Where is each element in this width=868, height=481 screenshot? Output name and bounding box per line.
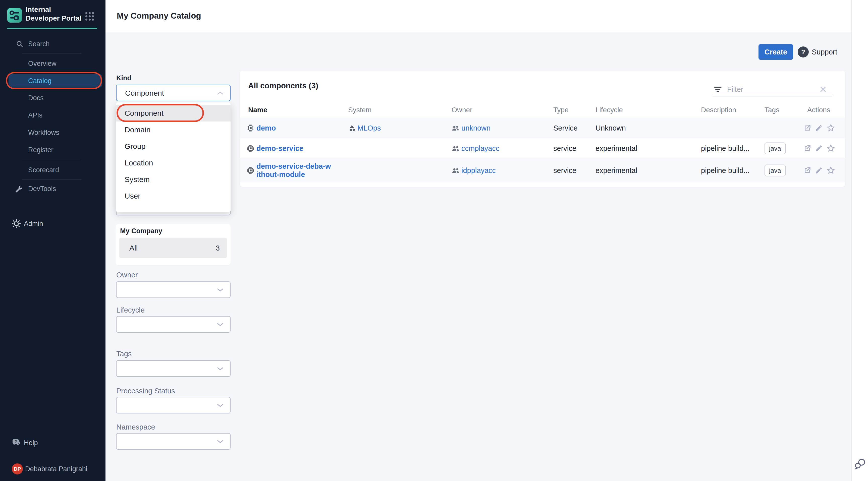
open-external-icon[interactable] [803,144,811,153]
lifecycle-cell: experimental [595,166,637,174]
sidebar-item-help[interactable]: ? Help [0,436,105,450]
create-button[interactable]: Create [758,44,793,60]
chevron-down-icon [217,440,223,445]
sidebar-item-overview[interactable]: Overview [0,57,105,70]
table-filter-box [713,83,832,96]
active-item-highlight [8,74,102,88]
star-favorite-icon[interactable] [826,123,836,133]
row-actions [803,143,836,153]
component-link[interactable]: demo [256,124,276,132]
sidebar: Internal Developer Portal Search Overvie… [0,0,105,481]
sidebar-item-label: Scorecard [28,166,59,174]
app-logo[interactable] [7,8,22,23]
filter-icon [714,85,722,94]
sidebar-item-label: APIs [28,111,42,119]
support-label: Support [812,48,837,56]
owner-link[interactable]: ccmplayacc [461,144,500,152]
sidebar-accent-divider [7,28,97,29]
tag-chip[interactable]: java [765,164,786,176]
tag-cell: java [765,142,786,154]
user-menu[interactable]: DP Debabrata Panigrahi [0,461,105,477]
sidebar-item-catalog[interactable]: Catalog [0,74,105,88]
user-name: Debabrata Panigrahi [25,465,87,473]
sidebar-item-register[interactable]: Register [0,143,105,157]
table-filter-input[interactable] [727,84,812,95]
open-external-icon[interactable] [803,166,811,175]
column-header-system[interactable]: System [348,106,371,114]
owner-link[interactable]: idpplayacc [461,166,496,174]
all-count: 3 [216,244,220,252]
sidebar-item-label: DevTools [28,185,56,193]
column-header-actions[interactable]: Actions [807,106,830,114]
edit-pencil-icon[interactable] [815,166,823,174]
namespace-select[interactable] [116,433,230,450]
kind-option-location[interactable]: Location [116,155,230,171]
right-edge-panel [851,0,868,481]
owner-group-icon [452,145,460,152]
sidebar-item-docs[interactable]: Docs [0,91,105,105]
component-chip-icon [247,166,255,174]
my-company-panel: My Company All 3 [116,224,230,265]
sidebar-item-search[interactable]: Search [0,37,105,51]
sidebar-item-label: Overview [28,60,57,67]
kind-option-system[interactable]: System [116,171,230,188]
app-switcher-icon[interactable] [85,12,94,21]
sidebar-item-label: Workflows [28,129,59,136]
owner-select[interactable] [116,281,230,298]
sidebar-item-apis[interactable]: APIs [0,108,105,122]
lifecycle-select[interactable] [116,316,230,333]
sidebar-item-devtools[interactable]: DevTools [0,182,105,196]
edit-pencil-icon[interactable] [815,145,823,152]
kind-option-component[interactable]: Component [116,105,230,122]
tags-filter-label: Tags [116,350,132,358]
type-cell: Service [553,124,578,132]
table-row: demo-service ccmplayacc service experime… [240,138,845,158]
namespace-filter-label: Namespace [116,423,155,431]
column-header-tags[interactable]: Tags [765,106,779,114]
chevron-down-icon [217,288,223,293]
edit-pencil-icon[interactable] [815,124,823,132]
kind-option-user[interactable]: User [116,188,230,204]
tag-chip[interactable]: java [765,142,786,154]
column-header-type[interactable]: Type [553,106,569,114]
feedback-chat-icon[interactable] [853,456,867,472]
processing-status-select[interactable] [116,397,230,414]
system-link[interactable]: MLOps [358,124,381,132]
clear-filter-icon[interactable] [819,86,827,94]
row-actions [803,123,836,133]
wrench-icon [14,185,23,193]
sidebar-divider [22,53,82,54]
search-icon [16,40,24,48]
type-cell: service [553,166,577,174]
my-company-label: My Company [120,227,162,235]
kind-option-domain[interactable]: Domain [116,122,230,138]
star-favorite-icon[interactable] [826,143,836,153]
column-header-lifecycle[interactable]: Lifecycle [595,106,623,114]
owner-link[interactable]: unknown [461,124,491,132]
app-title: Internal Developer Portal [26,5,86,23]
table-title: All components (3) [248,81,318,90]
column-header-name[interactable]: Name [248,106,267,114]
sidebar-item-admin[interactable]: Admin [0,217,105,231]
owner-filter-label: Owner [116,271,137,279]
my-company-all-row[interactable]: All 3 [119,238,227,258]
component-link[interactable]: demo-service [256,144,303,152]
question-circle-icon: ? [798,46,809,58]
sidebar-item-workflows[interactable]: Workflows [0,126,105,139]
logo-mark-icon [8,8,21,22]
sidebar-item-label: Help [24,439,38,447]
star-favorite-icon[interactable] [826,166,836,175]
support-button[interactable]: ? Support [798,44,837,60]
open-external-icon[interactable] [803,124,811,132]
column-header-description[interactable]: Description [701,106,736,114]
kind-select[interactable]: Component [116,85,230,101]
sidebar-item-label: Search [28,40,50,48]
sidebar-item-scorecard[interactable]: Scorecard [0,163,105,177]
kind-option-group[interactable]: Group [116,138,230,155]
tags-select[interactable] [116,360,230,377]
kind-select-value: Component [125,89,164,97]
component-link[interactable]: demo-service-deba-without-module [256,162,332,179]
column-header-owner[interactable]: Owner [452,106,472,114]
description-cell: pipeline build... [701,144,749,152]
sidebar-item-label: Catalog [28,77,52,85]
